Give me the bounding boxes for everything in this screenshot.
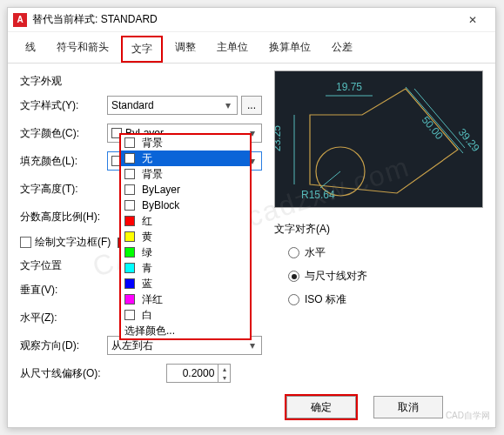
option-label: 白: [142, 308, 152, 323]
option-label: 洋红: [142, 292, 163, 307]
option-label: 无: [142, 151, 152, 166]
tab-line[interactable]: 线: [17, 36, 44, 63]
draw-frame-label: 绘制文字边框(F): [35, 235, 111, 250]
text-style-label: 文字样式(Y):: [20, 98, 107, 113]
svg-text:19.75: 19.75: [336, 81, 362, 93]
svg-line-3: [414, 89, 465, 148]
spin-up-icon[interactable]: ▴: [218, 365, 230, 373]
fill-color-option[interactable]: 蓝: [121, 276, 250, 291]
option-label: 黄: [142, 230, 152, 244]
option-label: 绿: [142, 245, 152, 260]
text-style-value: Standard: [111, 99, 154, 111]
fill-color-label: 填充颜色(L):: [20, 154, 107, 169]
ok-button[interactable]: 确定: [286, 396, 356, 418]
color-swatch-icon: [124, 310, 135, 320]
draw-frame-checkbox[interactable]: [20, 237, 31, 248]
offset-spinner[interactable]: 0.2000 ▴▾: [166, 364, 231, 383]
dialog-buttons: 确定 取消: [286, 396, 443, 418]
color-swatch-icon: [124, 294, 135, 304]
fill-color-option[interactable]: 青: [121, 260, 250, 276]
fill-color-option[interactable]: 选择颜色...: [121, 323, 250, 338]
color-swatch-icon: [124, 216, 135, 226]
option-label: 蓝: [142, 277, 152, 291]
dimension-preview: 19.75 23.25 50.00 39.29 R15.64: [274, 70, 483, 208]
color-swatch-icon: [124, 137, 135, 148]
close-icon[interactable]: ✕: [455, 8, 490, 32]
align-with-dimline-radio[interactable]: [288, 271, 299, 282]
spin-down-icon[interactable]: ▾: [218, 373, 230, 382]
color-swatch-icon: [124, 169, 135, 179]
text-style-browse-button[interactable]: ...: [241, 96, 262, 115]
tab-text[interactable]: 文字: [121, 36, 163, 63]
svg-text:R15.64: R15.64: [301, 189, 335, 201]
option-label: ByLayer: [142, 184, 180, 196]
text-align-group: 文字对齐(A) 水平 与尺寸线对齐 ISO 标准: [274, 222, 483, 307]
fill-color-option[interactable]: 红: [121, 213, 250, 229]
color-swatch-icon: [124, 278, 135, 289]
text-appearance-title: 文字外观: [20, 74, 262, 89]
tab-tolerance[interactable]: 公差: [323, 36, 361, 63]
align-iso-radio[interactable]: [288, 294, 299, 305]
align-iso-label: ISO 标准: [305, 292, 346, 307]
view-direction-value: 从左到右: [111, 338, 153, 353]
fill-color-option[interactable]: 黄: [121, 229, 250, 244]
autocad-app-icon: A: [13, 13, 27, 27]
fill-color-option[interactable]: 背景: [121, 135, 250, 151]
color-swatch-icon: [124, 231, 135, 242]
offset-value: 0.2000: [183, 367, 215, 379]
align-horizontal-radio[interactable]: [288, 247, 299, 258]
fraction-scale-label: 分数高度比例(H):: [20, 210, 107, 224]
fill-color-option[interactable]: 绿: [121, 244, 250, 260]
fill-color-option[interactable]: 白: [121, 307, 250, 323]
svg-text:23.25: 23.25: [275, 125, 283, 151]
align-horizontal-label: 水平: [305, 245, 326, 260]
tab-symbols-arrows[interactable]: 符号和箭头: [48, 36, 118, 63]
vertical-label: 垂直(V):: [20, 283, 107, 298]
view-direction-label: 观察方向(D):: [20, 338, 107, 353]
tab-adjust[interactable]: 调整: [166, 36, 205, 63]
option-label: 红: [142, 214, 152, 229]
text-align-title: 文字对齐(A): [274, 222, 483, 237]
chevron-down-icon: ▾: [221, 98, 235, 112]
align-with-dimline-label: 与尺寸线对齐: [305, 269, 367, 284]
fill-color-option[interactable]: 背景: [121, 166, 250, 182]
color-swatch-icon: [124, 200, 135, 211]
color-swatch-icon: [124, 184, 135, 195]
option-label: 青: [142, 261, 152, 276]
fill-color-option[interactable]: 无: [121, 151, 250, 166]
color-swatch-icon: [124, 247, 135, 258]
fill-color-dropdown[interactable]: 背景无背景ByLayerByBlock红黄绿青蓝洋红白选择颜色...: [119, 133, 252, 340]
option-label: 背景: [142, 136, 163, 151]
tab-primary-units[interactable]: 主单位: [208, 36, 257, 63]
dialog-title: 替代当前样式: STANDARD: [32, 12, 455, 27]
fill-color-option[interactable]: ByBlock: [121, 197, 250, 213]
watermark-corner: CAD自学网: [446, 410, 490, 422]
fill-color-option[interactable]: 洋红: [121, 291, 250, 307]
fill-color-option[interactable]: ByLayer: [121, 182, 250, 197]
option-label: ByBlock: [142, 199, 179, 211]
color-swatch-icon: [124, 263, 135, 273]
right-column: 19.75 23.25 50.00 39.29 R15.64 文字对齐(A) 水…: [274, 70, 483, 392]
svg-line-5: [320, 171, 340, 188]
option-label: 选择颜色...: [124, 324, 175, 338]
cancel-button[interactable]: 取消: [373, 396, 443, 418]
text-color-label: 文字颜色(C):: [20, 126, 107, 141]
color-swatch-icon: [124, 153, 135, 164]
titlebar: A 替代当前样式: STANDARD ✕: [8, 8, 495, 32]
override-style-dialog: A 替代当前样式: STANDARD ✕ 线 符号和箭头 文字 调整 主单位 换…: [7, 7, 496, 428]
text-height-label: 文字高度(T):: [20, 182, 107, 197]
horizontal-label: 水平(Z):: [20, 311, 107, 325]
tab-strip: 线 符号和箭头 文字 调整 主单位 换算单位 公差: [8, 32, 495, 64]
text-style-combo[interactable]: Standard ▾: [107, 96, 238, 115]
chevron-down-icon: ▾: [245, 338, 259, 352]
tab-alt-units[interactable]: 换算单位: [260, 36, 319, 63]
offset-label: 从尺寸线偏移(O):: [20, 366, 128, 381]
option-label: 背景: [142, 167, 163, 182]
